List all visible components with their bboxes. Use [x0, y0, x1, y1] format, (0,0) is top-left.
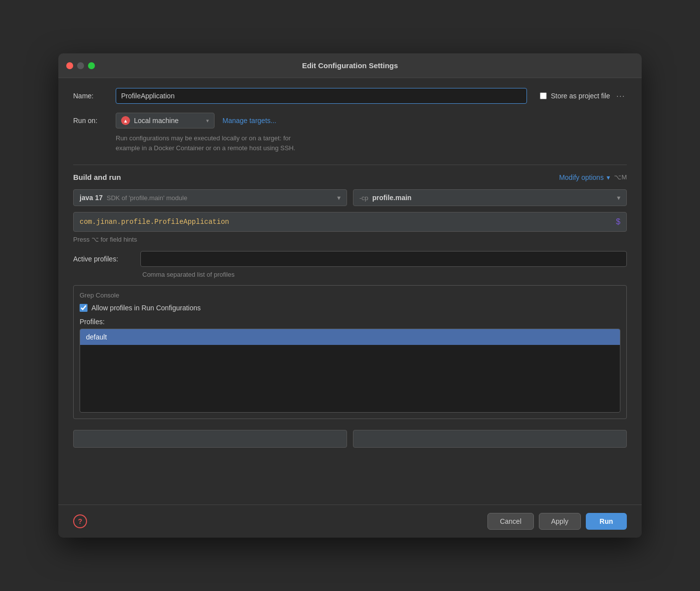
- maximize-button[interactable]: [88, 62, 95, 69]
- build-run-header: Build and run Modify options ▾ ⌥M: [73, 173, 627, 181]
- chevron-down-icon: ▾: [206, 118, 209, 124]
- name-row: Name: Store as project file ⋯: [73, 88, 627, 104]
- sdk-sub-label: SDK of 'profile.main' module: [107, 194, 187, 202]
- sdk-chevron-down-icon: ▾: [337, 194, 341, 202]
- store-project-checkbox[interactable]: [540, 92, 547, 99]
- bottom-tab-1[interactable]: [73, 430, 347, 448]
- profile-item-default[interactable]: default: [80, 329, 620, 345]
- sdk-label: java 17: [80, 194, 103, 202]
- run-on-help-text: Run configurations may be executed local…: [116, 133, 627, 153]
- allow-profiles-row: Allow profiles in Run Configurations: [80, 304, 620, 312]
- cancel-button[interactable]: Cancel: [487, 513, 534, 530]
- field-hints-text: Press ⌥ for field hints: [73, 236, 627, 243]
- modify-options-button[interactable]: Modify options ▾: [559, 173, 610, 181]
- store-project-label: Store as project file: [551, 92, 610, 100]
- modify-options-container: Modify options ▾ ⌥M: [559, 173, 627, 181]
- class-name-field[interactable]: com.jinan.profile.ProfileApplication: [80, 218, 229, 226]
- title-bar: Edit Configuration Settings: [58, 53, 642, 78]
- cp-chevron-down-icon: ▾: [617, 194, 620, 202]
- traffic-lights: [66, 62, 95, 69]
- divider: [73, 165, 627, 165]
- dialog-title: Edit Configuration Settings: [302, 61, 398, 70]
- run-button[interactable]: Run: [586, 513, 627, 530]
- build-run-title: Build and run: [73, 173, 121, 181]
- name-label: Name:: [73, 92, 108, 100]
- apply-button[interactable]: Apply: [539, 513, 581, 530]
- profiles-label: Profiles:: [80, 318, 620, 326]
- allow-profiles-checkbox[interactable]: [80, 304, 88, 312]
- close-button[interactable]: [66, 62, 73, 69]
- minimize-button[interactable]: [77, 62, 84, 69]
- run-on-row: Run on: ▲ Local machine ▾ Manage targets…: [73, 113, 627, 128]
- cp-value-label: profile.main: [372, 194, 411, 202]
- chevron-down-icon: ▾: [607, 173, 610, 181]
- dialog-content: Name: Store as project file ⋯ Run on: ▲ …: [58, 78, 642, 505]
- footer-buttons: Cancel Apply Run: [487, 513, 627, 530]
- sdk-cp-row: java 17 SDK of 'profile.main' module ▾ -…: [73, 189, 627, 206]
- dollar-icon: $: [616, 217, 620, 226]
- more-options-button[interactable]: ⋯: [614, 90, 627, 101]
- bottom-tabs-row: [73, 430, 627, 448]
- cp-dropdown[interactable]: -cp profile.main ▾: [353, 189, 627, 206]
- profiles-list[interactable]: default: [80, 329, 620, 413]
- active-profiles-row: Active profiles:: [73, 251, 627, 267]
- dialog-footer: ? Cancel Apply Run: [58, 505, 642, 538]
- run-on-value: Local machine: [134, 117, 178, 125]
- shortcut-hint: ⌥M: [614, 173, 627, 181]
- edit-config-dialog: Edit Configuration Settings Name: Store …: [58, 53, 642, 538]
- store-project-container: Store as project file ⋯: [540, 90, 627, 101]
- class-name-row: com.jinan.profile.ProfileApplication $: [73, 212, 627, 232]
- cp-flag-label: -cp: [359, 194, 368, 202]
- sdk-dropdown[interactable]: java 17 SDK of 'profile.main' module ▾: [73, 189, 347, 206]
- comma-hint-text: Comma separated list of profiles: [142, 271, 627, 278]
- grep-console-section: Grep Console Allow profiles in Run Confi…: [73, 285, 627, 419]
- run-on-label: Run on:: [73, 117, 108, 125]
- name-input[interactable]: [116, 88, 527, 104]
- run-on-dropdown[interactable]: ▲ Local machine ▾: [116, 113, 215, 128]
- modify-options-label: Modify options: [559, 173, 604, 181]
- grep-console-title: Grep Console: [80, 292, 620, 299]
- active-profiles-input[interactable]: [140, 251, 627, 267]
- bottom-tab-2[interactable]: [353, 430, 627, 448]
- allow-profiles-label: Allow profiles in Run Configurations: [91, 304, 201, 312]
- manage-targets-link[interactable]: Manage targets...: [222, 117, 276, 125]
- help-button[interactable]: ?: [73, 514, 87, 528]
- active-profiles-label: Active profiles:: [73, 255, 132, 263]
- run-icon: ▲: [121, 116, 130, 125]
